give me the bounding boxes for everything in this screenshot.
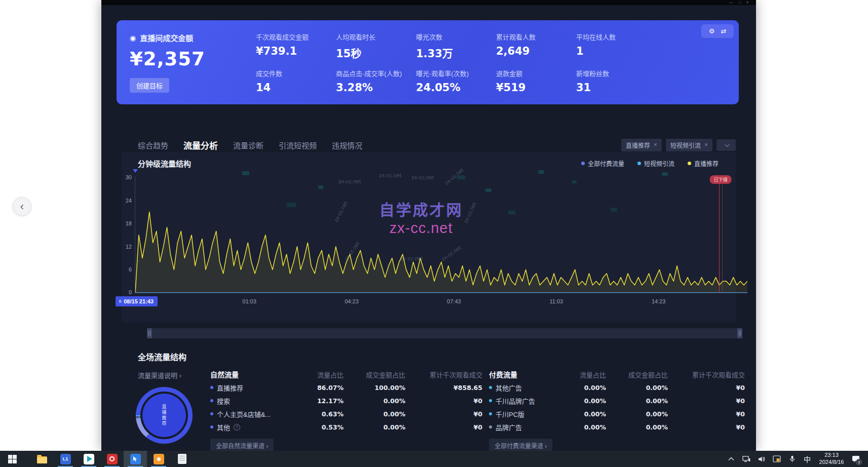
- maximize-icon[interactable]: □: [739, 1, 741, 4]
- metric-value: 1: [576, 45, 656, 57]
- teal-app-icon: [84, 454, 94, 464]
- primary-kpi-value: ¥2,357: [130, 48, 205, 70]
- metric-value: 31: [576, 82, 656, 94]
- table-row-name[interactable]: 千川品牌广告: [489, 396, 559, 406]
- all-paid-channels-link[interactable]: 全部付费流量渠道 ›: [489, 439, 552, 452]
- tab-traffic-diagnosis[interactable]: 流量诊断: [233, 140, 263, 150]
- tab-traffic-analysis[interactable]: 流量分析: [183, 139, 218, 151]
- time-start-badge[interactable]: ⠿ 08/15 21:43: [116, 296, 158, 306]
- y-tick: 6: [117, 266, 132, 273]
- taskbar-app-explorer[interactable]: [30, 451, 54, 467]
- channel-explain-link[interactable]: 流量渠道说明 ›: [138, 370, 181, 380]
- metric-cell: 成交件数14: [256, 68, 336, 98]
- brush-handle-left[interactable]: [147, 328, 152, 338]
- cell-gmv-share: 0.00%: [344, 410, 405, 418]
- col-header: 累计千次观看成交: [405, 370, 482, 379]
- filter-dropdown[interactable]: [716, 139, 736, 151]
- clock-time: 23:13: [816, 452, 847, 459]
- table-row-name[interactable]: 搜索: [210, 396, 297, 406]
- tray-expand-chevron-icon[interactable]: [725, 451, 738, 467]
- stream-end-badge[interactable]: 已下播: [710, 175, 732, 184]
- taskbar-clock[interactable]: 23:13 2024/8/16: [816, 452, 847, 466]
- metric-label: 退款金额: [496, 68, 576, 78]
- tab-violations[interactable]: 违规情况: [332, 140, 362, 150]
- table-row-name[interactable]: 品牌广告: [489, 422, 559, 432]
- filter-chips: 直播推荐 × 短视频引流 ×: [621, 139, 736, 151]
- cell-gmv-per-k: ¥0: [405, 397, 482, 405]
- table-row-name[interactable]: 直播推荐: [210, 383, 297, 393]
- cell-gmv-share: 0.00%: [344, 397, 405, 405]
- cell-gmv-share: 0.00%: [606, 423, 668, 431]
- cell-gmv-per-k: ¥0: [668, 384, 745, 392]
- x-tick: 11:03: [549, 298, 563, 304]
- gear-icon[interactable]: ⚙: [709, 27, 715, 35]
- system-tray: 中 23:13 2024/8/16 3: [725, 451, 868, 467]
- taskbar-app-remote[interactable]: [124, 451, 147, 467]
- metric-cell: 退款金额¥519: [496, 68, 576, 98]
- start-button[interactable]: [0, 451, 24, 467]
- metric-value: 24.05%: [416, 82, 496, 94]
- swap-icon[interactable]: ⇄: [721, 27, 726, 35]
- y-tick: 24: [117, 198, 132, 204]
- ime-indicator[interactable]: 中: [801, 451, 814, 467]
- table-row-name[interactable]: 其他广告: [489, 383, 559, 393]
- brush-handle-right[interactable]: [737, 328, 742, 338]
- primary-kpi: ◉ 直播间成交金额 ¥2,357 创建目标: [130, 32, 205, 93]
- tab-short-video[interactable]: 引流短视频: [279, 140, 317, 150]
- taskbar-app-meeting[interactable]: [77, 451, 100, 467]
- chevron-right-icon: ›: [179, 372, 181, 379]
- speaker-icon[interactable]: [755, 451, 768, 467]
- clock-date: 2024/8/16: [816, 459, 847, 466]
- stream-end-marker-line: [722, 182, 723, 293]
- close-icon[interactable]: ✕: [746, 1, 749, 5]
- cell-gmv-share: 0.00%: [606, 410, 668, 418]
- cell-traffic-share: 0.00%: [559, 397, 606, 405]
- metric-value: 1.33万: [416, 45, 496, 60]
- microphone-icon[interactable]: [785, 451, 799, 467]
- table-row-name[interactable]: 个人主页&店铺&...: [210, 409, 297, 419]
- cell-traffic-share: 0.00%: [559, 384, 606, 392]
- table-row-name[interactable]: 千川PC版: [489, 409, 559, 419]
- legend-dot: [637, 162, 641, 165]
- series-dot: [210, 425, 213, 429]
- minimize-icon[interactable]: —: [729, 1, 733, 4]
- series-dot: [210, 412, 213, 415]
- legend-dot: [581, 162, 585, 165]
- cell-traffic-share: 0.00%: [559, 410, 606, 418]
- help-icon[interactable]: ?: [234, 424, 240, 431]
- kpi-metrics-grid: 千次观看成交金额¥739.1 人均观看时长15秒 曝光次数1.33万 累计观看人…: [256, 32, 656, 98]
- taskbar-app-notepad[interactable]: [170, 451, 194, 467]
- cell-gmv-share: 100.00%: [344, 384, 405, 392]
- legend-item-short-video[interactable]: 短视频引流: [637, 159, 674, 168]
- create-goal-button[interactable]: 创建目标: [130, 78, 169, 93]
- cell-gmv-share: 0.00%: [344, 423, 405, 431]
- traffic-donut-ring[interactable]: 直播推荐: [136, 387, 193, 444]
- chart-range-brush[interactable]: [147, 328, 742, 338]
- filter-chip-live-recommend[interactable]: 直播推荐 ×: [621, 139, 662, 151]
- metric-value: 3.28%: [336, 82, 416, 94]
- notification-center-icon[interactable]: 3: [849, 451, 862, 467]
- legend-item-paid[interactable]: 全部付费流量: [581, 159, 624, 168]
- series-dot: [210, 399, 213, 402]
- analysis-tabs: 综合趋势 流量分析 流量诊断 引流短视频 违规情况 直播推荐 × 短视频引流 ×: [138, 136, 736, 154]
- metric-value: ¥519: [496, 82, 576, 94]
- screenshot-tool-icon[interactable]: [770, 451, 783, 467]
- taskbar-app-l1[interactable]: L1: [54, 451, 77, 467]
- filter-chip-short-video[interactable]: 短视频引流 ×: [666, 139, 712, 151]
- table-row-name[interactable]: 其他?: [210, 422, 297, 432]
- taskbar-app-capture[interactable]: [147, 451, 170, 467]
- taskbar-app-browser[interactable]: [100, 451, 124, 467]
- network-icon[interactable]: [740, 451, 753, 467]
- all-natural-channels-link[interactable]: 全部自然流量渠道 ›: [210, 439, 274, 452]
- close-icon[interactable]: ×: [654, 141, 657, 148]
- banner-tools: ⚙ ⇄: [701, 24, 734, 38]
- series-dot: [210, 386, 213, 389]
- metric-label: 成交件数: [256, 68, 336, 78]
- series-dot: [489, 412, 492, 415]
- tab-overall-trend[interactable]: 综合趋势: [138, 140, 168, 150]
- series-dot: [489, 425, 492, 429]
- legend-item-live-recommend[interactable]: 直播推荐: [688, 159, 719, 168]
- page-back-button[interactable]: ‹: [13, 197, 31, 216]
- close-icon[interactable]: ×: [704, 141, 708, 148]
- col-header: 流量占比: [297, 370, 344, 379]
